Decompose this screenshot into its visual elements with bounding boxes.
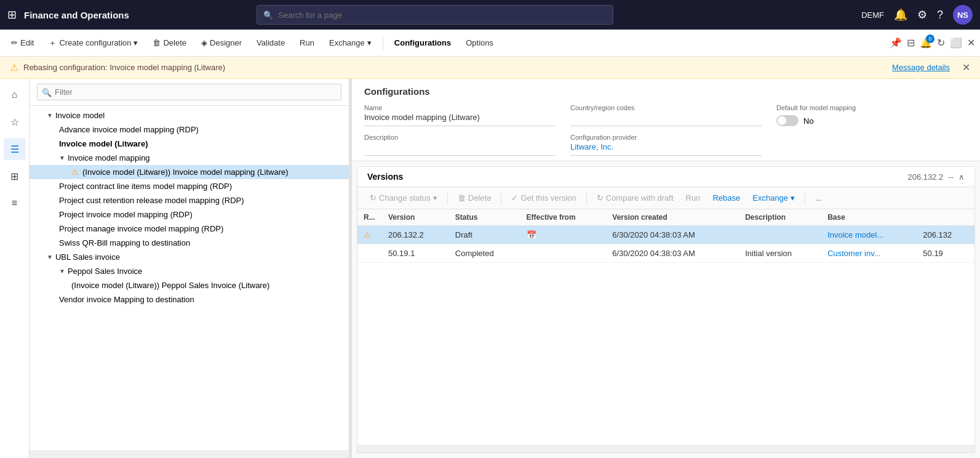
change-status-icon: ↻ bbox=[370, 193, 376, 203]
rebase-banner: ⚠ Rebasing configuration: Invoice model … bbox=[0, 57, 980, 79]
change-status-button[interactable]: ↻ Change status ▾ bbox=[365, 191, 442, 205]
versions-run-button[interactable]: Run bbox=[681, 191, 706, 205]
command-bar: ✏ Edit ＋ Create configuration ▾ 🗑 Delete… bbox=[0, 30, 980, 57]
configurations-tab[interactable]: Configurations bbox=[388, 34, 457, 51]
col-effective-from: Effective from bbox=[520, 209, 607, 226]
version-number: 206.132.2 bbox=[907, 172, 943, 182]
row-base-version: 206.132 bbox=[917, 226, 974, 244]
tree-item-invoice-model-mapping[interactable]: ▼ Invoice model mapping bbox=[30, 151, 349, 165]
edit-button[interactable]: ✏ Edit bbox=[5, 34, 40, 51]
tree-item-peppol-sales[interactable]: ▼ Peppol Sales Invoice bbox=[30, 264, 349, 278]
search-bar[interactable]: 🔍 bbox=[257, 5, 613, 25]
search-input[interactable] bbox=[278, 10, 607, 20]
create-icon: ＋ bbox=[49, 38, 57, 49]
designer-button[interactable]: ◈ Designer bbox=[195, 34, 248, 51]
banner-close-button[interactable]: ✕ bbox=[962, 62, 970, 73]
configurations-title: Configurations bbox=[364, 86, 968, 97]
provider-value[interactable]: Litware, Inc. bbox=[570, 142, 762, 156]
description-label: Description bbox=[364, 134, 556, 141]
tree-item-label: (Invoice model (Litware)) Peppol Sales I… bbox=[71, 281, 269, 290]
col-base: Base bbox=[821, 209, 974, 226]
tree-item-advance-invoice[interactable]: Advance invoice model mapping (RDP) bbox=[30, 123, 349, 137]
provider-field-group: Configuration provider Litware, Inc. bbox=[570, 134, 762, 156]
default-toggle[interactable] bbox=[776, 115, 799, 126]
designer-icon: ◈ bbox=[201, 38, 207, 47]
tree-item-project-contract[interactable]: Project contract line items model mappin… bbox=[30, 179, 349, 193]
run-button[interactable]: Run bbox=[293, 34, 321, 51]
panel-icon[interactable]: ⊟ bbox=[907, 37, 915, 49]
tree-item-label: Project manage invoice model mapping (RD… bbox=[59, 224, 223, 233]
versions-table: R... Version Status Effective from Versi… bbox=[357, 209, 974, 445]
row-base-link[interactable]: Customer inv... bbox=[821, 244, 917, 263]
toolbar-separator bbox=[501, 192, 501, 204]
tree-item-invoice-model-litware[interactable]: Invoice model (Litware) bbox=[30, 137, 349, 151]
rebase-button[interactable]: Rebase bbox=[707, 191, 745, 205]
message-details-link[interactable]: Message details bbox=[892, 63, 950, 72]
favorites-icon-btn[interactable]: ☆ bbox=[4, 111, 26, 133]
tree-item-project-manage[interactable]: Project manage invoice model mapping (RD… bbox=[30, 222, 349, 236]
tree-item-label: Project invoice model mapping (RDP) bbox=[59, 210, 193, 219]
notification-icon[interactable]: 🔔 bbox=[894, 8, 907, 22]
name-field-group: Name Invoice model mapping (Litware) bbox=[364, 104, 556, 126]
compare-draft-button[interactable]: ↻ Compare with draft bbox=[592, 191, 679, 205]
tree-item-vendor-invoice[interactable]: Vendor invoice Mapping to destination bbox=[30, 292, 349, 307]
search-icon: 🔍 bbox=[263, 10, 273, 20]
workspaces-icon-btn[interactable]: ⊞ bbox=[4, 165, 26, 187]
tree-panel: 🔍 ▼ Invoice model Advance invoice model … bbox=[30, 79, 349, 458]
left-sidebar: ⌂ ☆ ☰ ⊞ ≡ bbox=[0, 79, 30, 458]
more-options-button[interactable]: ... bbox=[810, 191, 827, 205]
tree-item-project-cust[interactable]: Project cust retention release model map… bbox=[30, 193, 349, 207]
app-grid-icon[interactable]: ⊞ bbox=[7, 8, 17, 22]
tree-horizontal-scrollbar[interactable] bbox=[30, 451, 349, 458]
default-toggle-wrap: No bbox=[776, 115, 968, 126]
tree-content: ▼ Invoice model Advance invoice model ma… bbox=[30, 106, 349, 451]
versions-delete-button[interactable]: 🗑 Delete bbox=[453, 191, 496, 205]
help-icon[interactable]: ? bbox=[937, 9, 943, 22]
user-avatar[interactable]: NS bbox=[953, 5, 973, 25]
toggle-knob bbox=[778, 116, 786, 125]
versions-horizontal-scrollbar[interactable] bbox=[357, 445, 974, 452]
get-version-icon: ✓ bbox=[511, 193, 518, 203]
top-navigation: ⊞ Finance and Operations 🔍 DEMF 🔔 ⚙ ? NS bbox=[0, 0, 980, 30]
versions-exchange-button[interactable]: Exchange ▾ bbox=[747, 191, 800, 205]
default-label: Default for model mapping bbox=[776, 104, 968, 111]
versions-toolbar: ↻ Change status ▾ 🗑 Delete ✓ Get this ve… bbox=[357, 187, 974, 209]
options-tab[interactable]: Options bbox=[460, 34, 500, 51]
validate-button[interactable]: Validate bbox=[250, 34, 291, 51]
tree-item-label: Peppol Sales Invoice bbox=[68, 267, 142, 276]
tree-item-invoice-model[interactable]: ▼ Invoice model bbox=[30, 108, 349, 123]
tree-item-label: Vendor invoice Mapping to destination bbox=[59, 295, 194, 304]
badge-icon[interactable]: 🔔 0 bbox=[920, 37, 932, 49]
home-icon-btn[interactable]: ⌂ bbox=[4, 84, 26, 106]
collapse-icon[interactable]: ∧ bbox=[958, 172, 965, 182]
tree-item-ubl-sales[interactable]: ▼ UBL Sales invoice bbox=[30, 250, 349, 264]
detail-fields: Name Invoice model mapping (Litware) Cou… bbox=[364, 104, 968, 156]
versions-header: Versions 206.132.2 -- ∧ bbox=[357, 167, 974, 187]
default-field-group: Default for model mapping No bbox=[776, 104, 968, 126]
reports-icon-btn[interactable]: ≡ bbox=[4, 192, 26, 214]
filter-input[interactable] bbox=[37, 84, 341, 100]
refresh-icon[interactable]: ↻ bbox=[937, 37, 945, 49]
calendar-icon[interactable]: 📅 bbox=[527, 230, 536, 239]
table-row[interactable]: ⚠ 206.132.2 Draft 📅 6/30/2020 04:38:03 A… bbox=[357, 226, 974, 244]
get-version-button[interactable]: ✓ Get this version bbox=[506, 191, 581, 205]
row-effective-from: 📅 bbox=[520, 226, 607, 244]
row-base-link[interactable]: Invoice model... bbox=[821, 226, 917, 244]
settings-icon[interactable]: ⚙ bbox=[917, 8, 927, 22]
tree-item-project-invoice[interactable]: Project invoice model mapping (RDP) bbox=[30, 207, 349, 222]
col-r: R... bbox=[357, 209, 382, 226]
delete-button[interactable]: 🗑 Delete bbox=[146, 34, 193, 51]
pin-icon[interactable]: 📌 bbox=[890, 37, 902, 49]
table-row[interactable]: 50.19.1 Completed 6/30/2020 04:38:03 AM … bbox=[357, 244, 974, 263]
recent-icon-btn[interactable]: ☰ bbox=[4, 138, 26, 160]
tree-item-swiss-qr[interactable]: Swiss QR-Bill mapping to destination bbox=[30, 236, 349, 250]
env-label: DEMF bbox=[861, 10, 884, 20]
tree-item-peppol-litware[interactable]: (Invoice model (Litware)) Peppol Sales I… bbox=[30, 278, 349, 292]
row-version: 50.19.1 bbox=[382, 244, 449, 263]
exchange-button[interactable]: Exchange ▾ bbox=[323, 34, 378, 51]
expand-icon[interactable]: ⬜ bbox=[950, 37, 962, 49]
create-config-button[interactable]: ＋ Create configuration ▾ bbox=[42, 34, 144, 52]
close-window-icon[interactable]: ✕ bbox=[967, 37, 975, 49]
toolbar-separator bbox=[447, 192, 448, 204]
tree-item-invoice-model-mapping-litware[interactable]: ⚠ (Invoice model (Litware)) Invoice mode… bbox=[30, 165, 349, 179]
